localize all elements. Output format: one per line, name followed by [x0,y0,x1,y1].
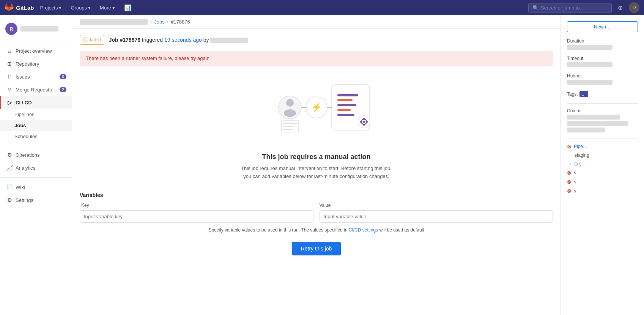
duration-label: Duration [567,38,638,44]
ci-illustration-svg: ⚡ [256,77,377,145]
nav-more[interactable]: More ▾ [97,3,118,12]
svg-point-8 [363,121,365,123]
variable-key-input[interactable] [80,210,313,223]
sidebar-item-operations[interactable]: ⚙ Operations [0,148,72,161]
nav-groups[interactable]: Groups ▾ [68,3,94,12]
variables-heading: Variables [80,192,553,198]
retry-job-button[interactable]: Retry this job [292,242,341,255]
manual-action-heading: This job requires a manual action [80,153,553,161]
issues-badge: 0 [60,74,66,79]
svg-rect-11 [360,121,362,123]
issues-icon: ⚐ [6,74,13,80]
repository-icon: ⊞ [6,61,13,67]
nav-bar-chart-icon[interactable]: 📊 [121,3,135,13]
cicd-settings-link[interactable]: CI/CD settings [349,227,378,233]
commit-hash [567,115,620,120]
merge-requests-icon: ⑂ [6,87,13,93]
nav-projects[interactable]: Projects ▾ [37,3,65,12]
new-issue-button[interactable]: New i… [567,21,638,32]
rp-commit: Commit [567,108,638,132]
sidebar-item-analytics[interactable]: 📈 Analytics [0,161,72,174]
operations-icon: ⚙ [6,152,13,158]
svg-rect-1 [337,94,358,96]
sidebar-item-cicd[interactable]: ▷ CI / CD [0,96,72,109]
nav-user-avatar[interactable]: D [629,2,639,13]
value-column-label: Value [320,203,552,208]
commit-label: Commit [567,108,638,113]
sidebar-item-merge-requests[interactable]: ⑂ Merge Requests 2 [0,83,72,96]
pipeline-status-icon-3: ⊗ [567,170,572,176]
time-ago: 19 seconds ago [164,37,202,43]
pipeline-item-4: ⊗ s [567,179,638,185]
arrow-icon: → [567,161,572,167]
pipeline-item-5: ⊗ s [567,188,638,194]
commit-message [567,121,628,126]
sidebar-item-repository[interactable]: ⊞ Repository [0,57,72,70]
pipeline-stage: staging [575,153,638,158]
svg-rect-4 [337,109,351,111]
brand-name: GitLab [16,5,34,11]
variables-inputs [80,210,553,223]
sidebar-sub-item-pipelines[interactable]: Pipelines [0,109,72,120]
duration-value [567,45,613,50]
svg-rect-21 [283,129,293,130]
breadcrumb: › Jobs › #178876 [72,15,561,29]
analytics-icon: 📈 [6,165,13,171]
triggered-by-user [210,38,248,43]
breadcrumb-jobs-link[interactable]: Jobs [154,19,164,25]
pipeline-status-icon-5: ⊗ [567,188,572,194]
svg-rect-20 [283,126,294,127]
svg-rect-19 [283,123,297,124]
manual-action-illustration: ⚡ [80,77,553,145]
pipeline-item-1: ⊗ Pipe… [567,143,638,150]
sidebar-item-issues[interactable]: ⚐ Issues 0 [0,70,72,83]
sidebar-sub-item-schedules[interactable]: Schedules [0,131,72,142]
rp-tags: Tags: … [567,91,638,97]
sidebar-username [20,26,58,32]
svg-point-16 [286,99,294,107]
search-icon: 🔍 [532,5,539,11]
sidebar-item-wiki[interactable]: 📄 Wiki [0,181,72,194]
variables-header: Key Value [80,203,553,208]
rp-duration: Duration [567,38,638,50]
tags-label: Tags: [567,91,578,97]
brand-logo[interactable]: GitLab [5,3,34,12]
pipeline-arrow-link[interactable]: ⊙ s [574,161,581,167]
sidebar: R ⌂ Project overview ⊞ Repository ⚐ Issu… [0,15,72,315]
pipeline-link-1[interactable]: Pipe… [574,144,587,149]
job-number: Job #178876 [109,37,140,43]
failed-dot-icon: ⓘ [83,36,88,43]
pipeline-item-label-5: s [574,188,576,194]
svg-rect-12 [366,121,368,123]
sidebar-item-settings[interactable]: ⚙ Settings [0,194,72,206]
cicd-icon: ▷ [6,99,13,106]
svg-rect-9 [363,118,365,120]
variable-value-input[interactable] [320,210,553,223]
retry-button-wrapper: Retry this job [80,242,553,255]
sidebar-sub-item-jobs[interactable]: Jobs [0,120,72,131]
manual-action-description: This job requires manual intervention to… [80,165,553,181]
right-panel: New i… Duration Timeout Runner Tags: … C… [561,15,644,315]
page-body: ⓘ failed Job #178876 triggered 19 second… [72,29,561,261]
timeout-value [567,62,613,67]
svg-rect-10 [363,124,365,126]
job-title: Job #178876 triggered 19 seconds ago by [109,37,249,43]
svg-rect-2 [337,99,353,101]
svg-text:⚡: ⚡ [311,102,322,112]
pipeline-item-label-3: s [574,170,576,175]
error-banner: There has been a runner system failure, … [80,51,553,66]
pipeline-status-icon-4: ⊗ [567,179,572,185]
nav-plus-icon[interactable]: ⊕ [615,3,626,13]
key-column-label: Key [81,203,313,208]
svg-point-17 [284,109,296,117]
search-box[interactable]: 🔍 Search or jump to... [528,3,612,13]
settings-icon: ⚙ [6,197,13,203]
runner-value [567,80,613,85]
breadcrumb-job-number: #178876 [171,19,190,25]
merge-requests-badge: 2 [60,87,66,92]
error-message: There has been a runner system failure, … [86,55,209,61]
top-navigation: GitLab Projects ▾ Groups ▾ More ▾ 📊 🔍 Se… [0,0,644,15]
svg-rect-3 [337,104,356,106]
sidebar-item-project-overview[interactable]: ⌂ Project overview [0,44,72,57]
rp-runner: Runner [567,73,638,85]
